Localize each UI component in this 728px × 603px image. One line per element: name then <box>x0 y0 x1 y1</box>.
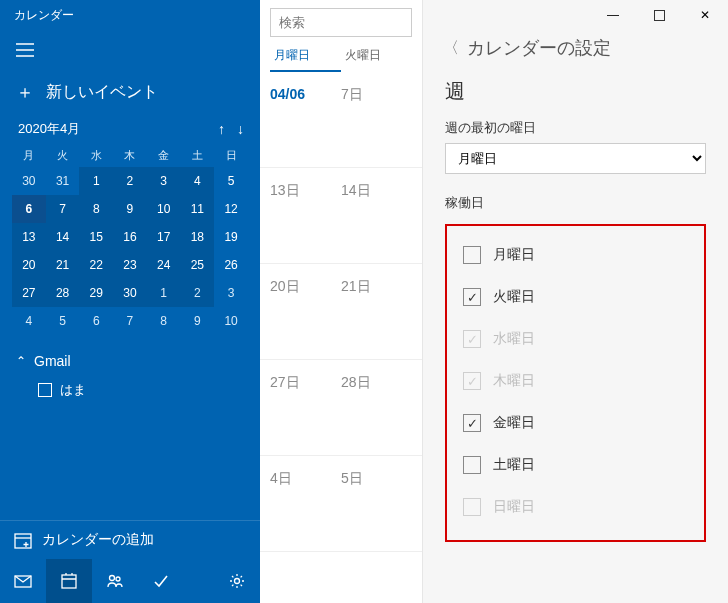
workday-row: 土曜日 <box>461 444 690 486</box>
day-cell[interactable]: 21日 <box>341 278 412 345</box>
week-row: 20日21日 <box>260 264 422 360</box>
mini-day[interactable]: 29 <box>79 279 113 307</box>
workday-row: ✓木曜日 <box>461 360 690 402</box>
workday-checkbox <box>463 498 481 516</box>
svg-rect-2 <box>62 575 76 588</box>
close-button[interactable]: ✕ <box>682 0 728 30</box>
svg-rect-0 <box>15 534 31 548</box>
day-cell[interactable]: 04/06 <box>270 86 341 153</box>
mini-day[interactable]: 19 <box>214 223 248 251</box>
workday-group: 月曜日✓火曜日✓水曜日✓木曜日✓金曜日土曜日日曜日 <box>445 224 706 542</box>
mini-day[interactable]: 2 <box>181 279 215 307</box>
mini-day[interactable]: 30 <box>12 167 46 195</box>
mini-day[interactable]: 13 <box>12 223 46 251</box>
mini-day[interactable]: 9 <box>181 307 215 335</box>
plus-icon: ＋ <box>16 80 34 104</box>
svg-rect-6 <box>654 10 664 20</box>
day-cell[interactable]: 28日 <box>341 374 412 441</box>
mini-day[interactable]: 6 <box>12 195 46 223</box>
maximize-button[interactable] <box>636 0 682 30</box>
svg-point-4 <box>116 577 120 581</box>
mini-day[interactable]: 9 <box>113 195 147 223</box>
workday-label: 火曜日 <box>493 288 535 306</box>
workday-label: 月曜日 <box>493 246 535 264</box>
mini-day[interactable]: 26 <box>214 251 248 279</box>
mini-day[interactable]: 6 <box>79 307 113 335</box>
workday-label: 土曜日 <box>493 456 535 474</box>
todo-button[interactable] <box>138 559 184 603</box>
mini-day[interactable]: 1 <box>147 279 181 307</box>
settings-button[interactable] <box>214 559 260 603</box>
day-cell[interactable]: 14日 <box>341 182 412 249</box>
people-button[interactable] <box>92 559 138 603</box>
month-next-button[interactable]: ↓ <box>237 121 244 137</box>
mini-day[interactable]: 10 <box>147 195 181 223</box>
day-cell[interactable]: 5日 <box>341 470 412 537</box>
mini-day[interactable]: 24 <box>147 251 181 279</box>
mini-day[interactable]: 8 <box>79 195 113 223</box>
mini-day[interactable]: 15 <box>79 223 113 251</box>
week-row: 13日14日 <box>260 168 422 264</box>
mini-day[interactable]: 23 <box>113 251 147 279</box>
day-cell[interactable]: 27日 <box>270 374 341 441</box>
mini-day[interactable]: 31 <box>46 167 80 195</box>
chevron-up-icon: ⌃ <box>16 354 26 368</box>
mini-day[interactable]: 7 <box>46 195 80 223</box>
add-calendar-button[interactable]: カレンダーの追加 <box>0 520 260 559</box>
mini-day[interactable]: 21 <box>46 251 80 279</box>
mini-day[interactable]: 17 <box>147 223 181 251</box>
day-cell[interactable]: 4日 <box>270 470 341 537</box>
account-toggle[interactable]: ⌃ Gmail <box>0 335 260 375</box>
panel-title: カレンダーの設定 <box>467 36 611 60</box>
mini-day[interactable]: 2 <box>113 167 147 195</box>
back-button[interactable]: 〈 <box>443 38 459 59</box>
calendar-list-item[interactable]: はま <box>0 375 260 405</box>
mini-day[interactable]: 7 <box>113 307 147 335</box>
hamburger-button[interactable] <box>0 30 260 70</box>
mini-day[interactable]: 4 <box>181 167 215 195</box>
bottom-bar <box>0 559 260 603</box>
mini-calendar: 月火水木金土日303112345678910111213141516171819… <box>0 144 260 335</box>
workday-checkbox[interactable]: ✓ <box>463 414 481 432</box>
mini-day[interactable]: 1 <box>79 167 113 195</box>
search-input[interactable] <box>270 8 412 37</box>
first-day-select[interactable]: 月曜日 <box>445 143 706 174</box>
mini-day[interactable]: 8 <box>147 307 181 335</box>
day-cell[interactable]: 13日 <box>270 182 341 249</box>
workday-checkbox[interactable] <box>463 246 481 264</box>
mini-day[interactable]: 10 <box>214 307 248 335</box>
calendar-checkbox[interactable] <box>38 383 52 397</box>
mini-day[interactable]: 16 <box>113 223 147 251</box>
day-cell[interactable]: 7日 <box>341 86 412 153</box>
mini-day[interactable]: 4 <box>12 307 46 335</box>
mini-day[interactable]: 11 <box>181 195 215 223</box>
mini-day[interactable]: 14 <box>46 223 80 251</box>
mini-day[interactable]: 3 <box>147 167 181 195</box>
mini-day[interactable]: 18 <box>181 223 215 251</box>
window-controls: — ✕ <box>423 0 728 30</box>
week-row: 27日28日 <box>260 360 422 456</box>
minimize-button[interactable]: — <box>590 0 636 30</box>
mini-day[interactable]: 5 <box>46 307 80 335</box>
mini-day[interactable]: 30 <box>113 279 147 307</box>
day-column-header[interactable]: 月曜日 <box>270 41 341 72</box>
new-event-button[interactable]: ＋ 新しいイベント <box>0 70 260 120</box>
mini-day[interactable]: 12 <box>214 195 248 223</box>
day-column-header[interactable]: 火曜日 <box>341 41 412 72</box>
workday-checkbox[interactable]: ✓ <box>463 288 481 306</box>
workday-checkbox[interactable] <box>463 456 481 474</box>
mini-day[interactable]: 25 <box>181 251 215 279</box>
mini-dow: 水 <box>79 144 113 167</box>
mini-day[interactable]: 20 <box>12 251 46 279</box>
mail-button[interactable] <box>0 559 46 603</box>
mini-day[interactable]: 22 <box>79 251 113 279</box>
mini-day[interactable]: 5 <box>214 167 248 195</box>
check-icon <box>152 572 170 590</box>
mini-day[interactable]: 27 <box>12 279 46 307</box>
calendar-button[interactable] <box>46 559 92 603</box>
mini-day[interactable]: 28 <box>46 279 80 307</box>
workday-row: ✓火曜日 <box>461 276 690 318</box>
mini-day[interactable]: 3 <box>214 279 248 307</box>
month-prev-button[interactable]: ↑ <box>218 121 225 137</box>
day-cell[interactable]: 20日 <box>270 278 341 345</box>
